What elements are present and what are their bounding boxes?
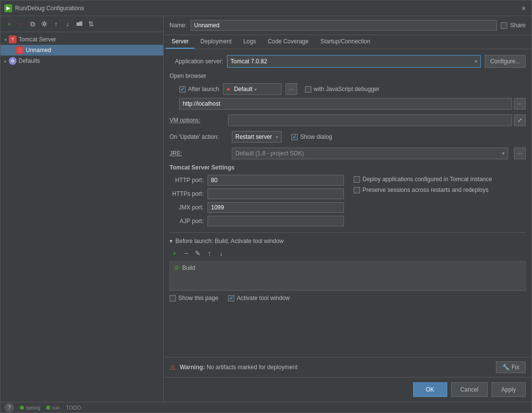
deploy-options-column: Deploy applications configured in Tomcat… — [354, 175, 492, 226]
share-label: Share — [510, 22, 526, 29]
ports-column: HTTP port: HTTPs port: JMX port: — [170, 175, 344, 226]
spring-label: spring — [26, 405, 40, 411]
status-todo[interactable]: TODO — [66, 405, 81, 411]
tab-logs[interactable]: Logs — [237, 35, 262, 49]
deploy-text: Deploy applications configured in Tomcat… — [362, 176, 492, 183]
url-more-button[interactable]: ··· — [514, 98, 526, 110]
update-action-label: On 'Update' action: — [170, 133, 228, 140]
app-server-select[interactable]: Tomcat 7.0.82 ▾ — [227, 55, 481, 68]
warning-label: Warning: — [180, 364, 205, 371]
jre-more-button[interactable]: ··· — [514, 148, 526, 159]
show-this-page-checkbox[interactable] — [170, 295, 176, 301]
configuration-tree: ▾ T Tomcat Server — [0, 32, 163, 402]
settings-configuration-button[interactable] — [39, 19, 49, 29]
show-dialog-label[interactable]: Show dialog — [291, 133, 332, 140]
run-debug-configurations-window: ▶ Run/Debug Configurations × + − ⧉ ↑ ↓ — [0, 0, 532, 413]
url-row: ··· — [170, 98, 526, 110]
tree-item-tomcat-server[interactable]: ▾ T Tomcat Server — [0, 34, 163, 45]
https-port-input[interactable] — [208, 188, 344, 199]
tab-content-server: Application server: Tomcat 7.0.82 ▾ Conf… — [164, 49, 532, 357]
activate-tool-window-label[interactable]: Activate tool window — [228, 295, 290, 301]
deploy-checkbox[interactable] — [354, 176, 360, 183]
tree-item-unnamed[interactable]: Unnamed — [0, 45, 163, 56]
name-label: Name: — [170, 22, 187, 29]
ok-button[interactable]: OK — [413, 382, 447, 397]
left-toolbar: + − ⧉ ↑ ↓ ⇅ — [0, 16, 163, 32]
before-launch-edit-button[interactable]: ✎ — [193, 248, 203, 258]
move-down-button[interactable]: ↓ — [63, 19, 73, 29]
add-configuration-button[interactable]: + — [4, 19, 14, 29]
status-run[interactable]: run — [46, 405, 60, 411]
fix-button[interactable]: 🔧 Fix — [496, 361, 526, 373]
fix-label: Fix — [512, 364, 519, 371]
show-dialog-checkbox[interactable] — [291, 134, 298, 140]
help-button[interactable]: ? — [4, 403, 14, 413]
url-input[interactable] — [179, 98, 512, 110]
jmx-port-input[interactable] — [208, 202, 344, 213]
vm-options-label: VM options: — [170, 117, 228, 124]
share-checkbox[interactable] — [501, 22, 507, 29]
deploy-checkbox-label[interactable]: Deploy applications configured in Tomcat… — [354, 176, 492, 183]
before-launch-remove-button[interactable]: − — [181, 248, 191, 258]
show-this-page-label[interactable]: Show this page — [170, 295, 218, 301]
jre-label: JRE: — [170, 150, 228, 157]
status-spring[interactable]: spring — [20, 405, 40, 411]
before-launch-add-button[interactable]: + — [170, 248, 179, 258]
preserve-sessions-label[interactable]: Preserve sessions across restarts and re… — [354, 187, 492, 193]
ajp-port-input[interactable] — [208, 216, 344, 226]
after-launch-label[interactable]: After launch — [179, 86, 219, 93]
apply-button[interactable]: Apply — [492, 382, 526, 397]
js-debugger-text: with JavaScript debugger — [314, 86, 380, 93]
before-launch-arrow: ▾ — [170, 238, 172, 244]
close-button[interactable]: × — [520, 4, 528, 12]
js-debugger-label[interactable]: with JavaScript debugger — [305, 86, 380, 93]
share-area: Share — [501, 22, 526, 29]
browser-more-button[interactable]: ··· — [285, 83, 297, 95]
name-input[interactable] — [190, 20, 497, 31]
folder-button[interactable] — [75, 19, 84, 29]
jre-select[interactable]: Default (1.8 - project SDK) ▾ — [232, 148, 508, 159]
browser-dropdown[interactable]: ● Default ▾ — [223, 83, 282, 95]
configure-button[interactable]: Configure... — [485, 55, 526, 68]
vm-options-expand-button[interactable]: ⤢ — [514, 114, 526, 126]
warning-text: Warning: No artifacts marked for deploym… — [180, 364, 492, 371]
remove-configuration-button[interactable]: − — [16, 19, 26, 29]
spring-status-dot — [20, 406, 24, 410]
tomcat-server-label: Tomcat Server — [19, 36, 56, 43]
preserve-sessions-text: Preserve sessions across restarts and re… — [362, 187, 489, 193]
open-browser-label: Open browser — [170, 73, 526, 79]
window-icon: ▶ — [4, 4, 12, 12]
before-launch-down-button[interactable]: ↓ — [216, 248, 226, 258]
sort-button[interactable]: ⇅ — [86, 19, 96, 29]
before-launch-title: Before launch: Build, Activate tool wind… — [175, 238, 284, 244]
restart-server-arrow: ▾ — [276, 134, 278, 140]
tab-code-coverage[interactable]: Code Coverage — [262, 35, 314, 49]
app-server-label: Application server: — [170, 58, 223, 65]
http-port-input[interactable] — [208, 175, 344, 186]
preserve-sessions-checkbox[interactable] — [354, 187, 360, 193]
cancel-button[interactable]: Cancel — [451, 382, 488, 397]
restart-server-select[interactable]: Restart server ▾ — [232, 131, 282, 143]
tab-server[interactable]: Server — [166, 35, 194, 49]
app-server-value: Tomcat 7.0.82 — [230, 58, 267, 65]
before-launch-section: ▾ Before launch: Build, Activate tool wi… — [170, 232, 526, 290]
move-up-button[interactable]: ↑ — [51, 19, 61, 29]
tree-defaults-arrow: ▸ — [4, 58, 7, 64]
after-launch-checkbox[interactable] — [179, 86, 186, 93]
tab-deployment[interactable]: Deployment — [194, 35, 237, 49]
js-debugger-checkbox[interactable] — [305, 86, 311, 93]
window-title: Run/Debug Configurations — [15, 5, 520, 12]
copy-configuration-button[interactable]: ⧉ — [28, 19, 38, 29]
before-launch-toolbar: + − ✎ ↑ ↓ — [170, 248, 526, 258]
before-launch-up-button[interactable]: ↑ — [205, 248, 214, 258]
vm-options-row: VM options: ⤢ — [170, 114, 526, 126]
defaults-icon: ⚙ — [9, 57, 17, 65]
jre-dropdown-arrow: ▾ — [502, 150, 505, 157]
activate-tool-window-checkbox[interactable] — [228, 295, 234, 301]
jre-row: JRE: Default (1.8 - project SDK) ▾ ··· — [170, 148, 526, 159]
vm-options-input[interactable] — [228, 114, 512, 126]
unnamed-icon — [16, 46, 24, 54]
tree-expand-arrow: ▾ — [4, 37, 7, 42]
tab-startup-connection[interactable]: Startup/Connection — [314, 35, 376, 49]
tree-item-defaults[interactable]: ▸ ⚙ Defaults — [0, 56, 163, 66]
